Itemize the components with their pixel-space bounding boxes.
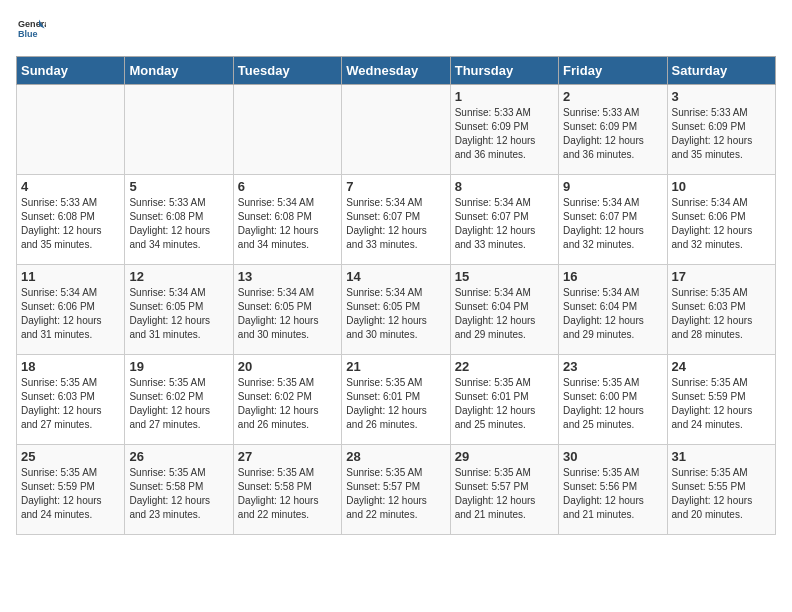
day-number: 30	[563, 449, 662, 464]
day-number: 9	[563, 179, 662, 194]
calendar-header-row: SundayMondayTuesdayWednesdayThursdayFrid…	[17, 57, 776, 85]
day-number: 19	[129, 359, 228, 374]
calendar-cell: 27Sunrise: 5:35 AMSunset: 5:58 PMDayligh…	[233, 445, 341, 535]
day-number: 22	[455, 359, 554, 374]
calendar-cell	[233, 85, 341, 175]
day-number: 7	[346, 179, 445, 194]
day-number: 18	[21, 359, 120, 374]
day-info: Sunrise: 5:35 AMSunset: 6:01 PMDaylight:…	[455, 376, 554, 432]
column-header-wednesday: Wednesday	[342, 57, 450, 85]
page-header: General Blue	[16, 16, 776, 44]
calendar-week-row: 25Sunrise: 5:35 AMSunset: 5:59 PMDayligh…	[17, 445, 776, 535]
calendar-week-row: 1Sunrise: 5:33 AMSunset: 6:09 PMDaylight…	[17, 85, 776, 175]
calendar-cell: 31Sunrise: 5:35 AMSunset: 5:55 PMDayligh…	[667, 445, 775, 535]
day-number: 5	[129, 179, 228, 194]
day-number: 3	[672, 89, 771, 104]
calendar-cell: 18Sunrise: 5:35 AMSunset: 6:03 PMDayligh…	[17, 355, 125, 445]
calendar-table: SundayMondayTuesdayWednesdayThursdayFrid…	[16, 56, 776, 535]
calendar-cell: 3Sunrise: 5:33 AMSunset: 6:09 PMDaylight…	[667, 85, 775, 175]
day-info: Sunrise: 5:35 AMSunset: 6:00 PMDaylight:…	[563, 376, 662, 432]
calendar-cell: 14Sunrise: 5:34 AMSunset: 6:05 PMDayligh…	[342, 265, 450, 355]
calendar-cell: 19Sunrise: 5:35 AMSunset: 6:02 PMDayligh…	[125, 355, 233, 445]
day-number: 24	[672, 359, 771, 374]
day-number: 10	[672, 179, 771, 194]
calendar-cell: 2Sunrise: 5:33 AMSunset: 6:09 PMDaylight…	[559, 85, 667, 175]
day-number: 21	[346, 359, 445, 374]
day-number: 14	[346, 269, 445, 284]
calendar-cell: 23Sunrise: 5:35 AMSunset: 6:00 PMDayligh…	[559, 355, 667, 445]
column-header-saturday: Saturday	[667, 57, 775, 85]
calendar-cell: 24Sunrise: 5:35 AMSunset: 5:59 PMDayligh…	[667, 355, 775, 445]
day-info: Sunrise: 5:34 AMSunset: 6:07 PMDaylight:…	[563, 196, 662, 252]
day-number: 27	[238, 449, 337, 464]
column-header-tuesday: Tuesday	[233, 57, 341, 85]
logo-icon: General Blue	[18, 16, 46, 44]
calendar-cell: 13Sunrise: 5:34 AMSunset: 6:05 PMDayligh…	[233, 265, 341, 355]
day-number: 11	[21, 269, 120, 284]
day-number: 1	[455, 89, 554, 104]
calendar-cell: 25Sunrise: 5:35 AMSunset: 5:59 PMDayligh…	[17, 445, 125, 535]
day-info: Sunrise: 5:34 AMSunset: 6:07 PMDaylight:…	[455, 196, 554, 252]
day-number: 16	[563, 269, 662, 284]
calendar-cell: 20Sunrise: 5:35 AMSunset: 6:02 PMDayligh…	[233, 355, 341, 445]
day-info: Sunrise: 5:33 AMSunset: 6:09 PMDaylight:…	[455, 106, 554, 162]
day-number: 15	[455, 269, 554, 284]
calendar-cell: 28Sunrise: 5:35 AMSunset: 5:57 PMDayligh…	[342, 445, 450, 535]
day-info: Sunrise: 5:34 AMSunset: 6:04 PMDaylight:…	[455, 286, 554, 342]
calendar-cell: 12Sunrise: 5:34 AMSunset: 6:05 PMDayligh…	[125, 265, 233, 355]
calendar-cell: 10Sunrise: 5:34 AMSunset: 6:06 PMDayligh…	[667, 175, 775, 265]
day-info: Sunrise: 5:35 AMSunset: 5:56 PMDaylight:…	[563, 466, 662, 522]
calendar-cell: 21Sunrise: 5:35 AMSunset: 6:01 PMDayligh…	[342, 355, 450, 445]
day-info: Sunrise: 5:35 AMSunset: 6:03 PMDaylight:…	[672, 286, 771, 342]
day-number: 12	[129, 269, 228, 284]
column-header-friday: Friday	[559, 57, 667, 85]
day-number: 8	[455, 179, 554, 194]
calendar-cell: 16Sunrise: 5:34 AMSunset: 6:04 PMDayligh…	[559, 265, 667, 355]
day-number: 26	[129, 449, 228, 464]
calendar-cell	[17, 85, 125, 175]
day-info: Sunrise: 5:35 AMSunset: 5:55 PMDaylight:…	[672, 466, 771, 522]
column-header-sunday: Sunday	[17, 57, 125, 85]
day-info: Sunrise: 5:35 AMSunset: 5:57 PMDaylight:…	[455, 466, 554, 522]
day-number: 28	[346, 449, 445, 464]
day-info: Sunrise: 5:35 AMSunset: 6:03 PMDaylight:…	[21, 376, 120, 432]
calendar-cell: 8Sunrise: 5:34 AMSunset: 6:07 PMDaylight…	[450, 175, 558, 265]
day-info: Sunrise: 5:35 AMSunset: 5:58 PMDaylight:…	[238, 466, 337, 522]
calendar-week-row: 11Sunrise: 5:34 AMSunset: 6:06 PMDayligh…	[17, 265, 776, 355]
day-info: Sunrise: 5:35 AMSunset: 6:02 PMDaylight:…	[238, 376, 337, 432]
day-info: Sunrise: 5:34 AMSunset: 6:04 PMDaylight:…	[563, 286, 662, 342]
day-number: 2	[563, 89, 662, 104]
day-info: Sunrise: 5:35 AMSunset: 5:58 PMDaylight:…	[129, 466, 228, 522]
calendar-cell: 4Sunrise: 5:33 AMSunset: 6:08 PMDaylight…	[17, 175, 125, 265]
calendar-cell	[342, 85, 450, 175]
calendar-cell: 30Sunrise: 5:35 AMSunset: 5:56 PMDayligh…	[559, 445, 667, 535]
day-number: 29	[455, 449, 554, 464]
calendar-cell	[125, 85, 233, 175]
calendar-cell: 29Sunrise: 5:35 AMSunset: 5:57 PMDayligh…	[450, 445, 558, 535]
day-number: 13	[238, 269, 337, 284]
day-info: Sunrise: 5:35 AMSunset: 6:01 PMDaylight:…	[346, 376, 445, 432]
day-number: 23	[563, 359, 662, 374]
day-info: Sunrise: 5:35 AMSunset: 5:59 PMDaylight:…	[21, 466, 120, 522]
calendar-cell: 22Sunrise: 5:35 AMSunset: 6:01 PMDayligh…	[450, 355, 558, 445]
day-number: 4	[21, 179, 120, 194]
calendar-cell: 6Sunrise: 5:34 AMSunset: 6:08 PMDaylight…	[233, 175, 341, 265]
calendar-cell: 11Sunrise: 5:34 AMSunset: 6:06 PMDayligh…	[17, 265, 125, 355]
day-number: 25	[21, 449, 120, 464]
calendar-cell: 15Sunrise: 5:34 AMSunset: 6:04 PMDayligh…	[450, 265, 558, 355]
day-info: Sunrise: 5:35 AMSunset: 5:57 PMDaylight:…	[346, 466, 445, 522]
calendar-cell: 1Sunrise: 5:33 AMSunset: 6:09 PMDaylight…	[450, 85, 558, 175]
column-header-monday: Monday	[125, 57, 233, 85]
day-number: 20	[238, 359, 337, 374]
day-info: Sunrise: 5:34 AMSunset: 6:07 PMDaylight:…	[346, 196, 445, 252]
day-info: Sunrise: 5:33 AMSunset: 6:09 PMDaylight:…	[672, 106, 771, 162]
svg-text:Blue: Blue	[18, 29, 38, 39]
day-info: Sunrise: 5:35 AMSunset: 6:02 PMDaylight:…	[129, 376, 228, 432]
logo: General Blue	[16, 16, 46, 44]
calendar-cell: 5Sunrise: 5:33 AMSunset: 6:08 PMDaylight…	[125, 175, 233, 265]
calendar-week-row: 4Sunrise: 5:33 AMSunset: 6:08 PMDaylight…	[17, 175, 776, 265]
calendar-cell: 17Sunrise: 5:35 AMSunset: 6:03 PMDayligh…	[667, 265, 775, 355]
day-number: 17	[672, 269, 771, 284]
day-number: 31	[672, 449, 771, 464]
day-info: Sunrise: 5:33 AMSunset: 6:08 PMDaylight:…	[129, 196, 228, 252]
